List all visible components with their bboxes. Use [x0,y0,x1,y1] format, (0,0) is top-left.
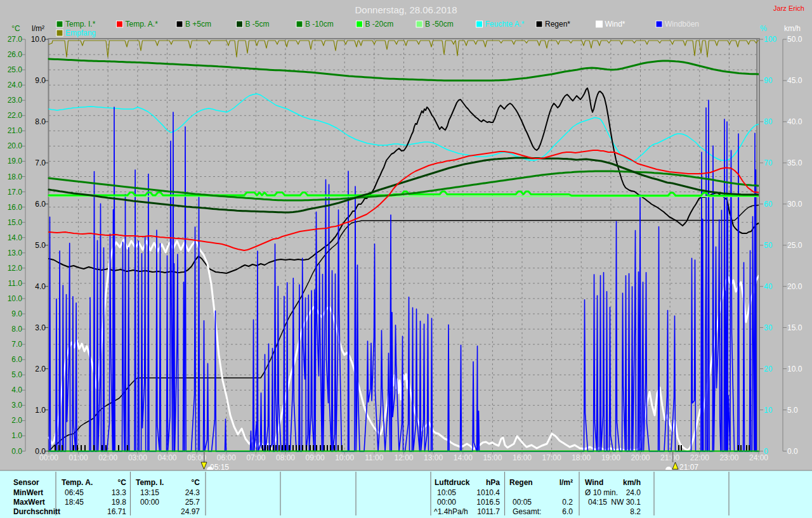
svg-text:21:00: 21:00 [660,453,679,462]
svg-text:Empfang: Empfang [65,29,96,37]
svg-text:Sensor: Sensor [13,478,39,487]
svg-text:16.0: 16.0 [8,203,23,212]
svg-text:08:00: 08:00 [276,453,295,462]
svg-text:^1.4hPa/h: ^1.4hPa/h [434,507,468,516]
svg-text:24:00: 24:00 [749,453,768,462]
svg-text:9.0: 9.0 [35,76,46,85]
svg-text:00:00: 00:00 [437,498,456,507]
svg-text:13.0: 13.0 [8,249,23,257]
svg-text:0.2: 0.2 [562,498,573,507]
svg-text:14:00: 14:00 [454,453,473,462]
svg-text:25.0: 25.0 [787,241,802,250]
svg-text:6.0: 6.0 [35,200,46,209]
svg-text:30: 30 [764,323,773,332]
svg-text:22:00: 22:00 [690,453,709,462]
svg-text:13:15: 13:15 [140,488,159,497]
svg-text:Regen: Regen [509,478,533,487]
svg-text:6.0: 6.0 [562,507,573,516]
svg-text:8.0: 8.0 [35,117,46,126]
svg-text:18:45: 18:45 [65,498,84,507]
svg-text:18.0: 18.0 [8,172,23,181]
svg-text:B -50cm: B -50cm [425,20,454,29]
svg-text:km/h: km/h [784,24,801,33]
svg-text:10: 10 [764,406,773,415]
svg-text:6.0: 6.0 [11,355,22,364]
svg-text:2.0: 2.0 [11,416,22,425]
svg-text:00:00: 00:00 [39,453,58,462]
svg-text:25.0: 25.0 [8,65,23,74]
svg-text:10:05: 10:05 [437,488,456,497]
svg-text:04:15: 04:15 [588,498,607,507]
svg-text:10:00: 10:00 [335,453,354,462]
svg-text:00:05: 00:05 [513,498,532,507]
svg-text:B -5cm: B -5cm [246,20,270,29]
svg-text:Temp. I.: Temp. I. [136,478,164,487]
svg-text:1016.5: 1016.5 [476,498,500,507]
svg-text:3.0: 3.0 [35,323,46,332]
svg-text:17:00: 17:00 [542,453,561,462]
svg-text:06:00: 06:00 [217,453,236,462]
svg-text:%: % [760,24,767,33]
svg-text:hPa: hPa [486,478,500,487]
svg-text:7.0: 7.0 [11,340,22,349]
svg-text:Gesamt:: Gesamt: [513,507,541,516]
svg-text:06:45: 06:45 [65,488,84,497]
svg-text:15.0: 15.0 [787,323,802,332]
svg-text:Wind*: Wind* [605,20,625,29]
svg-text:24.0: 24.0 [8,81,23,89]
svg-text:1011.7: 1011.7 [477,507,500,516]
svg-text:1.0: 1.0 [11,431,22,440]
svg-text:18:00: 18:00 [572,453,591,462]
svg-text:20: 20 [764,365,773,373]
svg-text:20.0: 20.0 [787,282,802,291]
svg-text:12:00: 12:00 [394,453,413,462]
svg-text:13.3: 13.3 [112,488,127,497]
svg-text:B -10cm: B -10cm [305,20,334,29]
svg-text:4.0: 4.0 [35,282,46,291]
svg-text:Donnerstag, 28.06.2018: Donnerstag, 28.06.2018 [355,4,457,15]
svg-text:01:00: 01:00 [69,453,88,462]
svg-text:30.0: 30.0 [787,200,802,209]
svg-text:Jarz Erich: Jarz Erich [773,4,804,12]
svg-text:1.0: 1.0 [35,406,46,415]
svg-text:Wind: Wind [585,478,603,487]
svg-text:Windböen: Windböen [665,20,699,29]
svg-text:50: 50 [764,241,773,250]
svg-text:5.0: 5.0 [11,370,22,379]
svg-text:Regen*: Regen* [545,20,570,29]
svg-text:07:00: 07:00 [246,453,265,462]
svg-text:02:00: 02:00 [98,453,117,462]
svg-text:50.0: 50.0 [787,35,802,44]
svg-text:25.7: 25.7 [185,498,200,507]
svg-text:9.0: 9.0 [11,309,22,318]
svg-text:80: 80 [764,117,773,126]
svg-text:10.0: 10.0 [31,35,46,44]
svg-text:5.0: 5.0 [787,406,798,415]
svg-text:20:00: 20:00 [631,453,650,462]
svg-text:3.0: 3.0 [11,401,22,410]
svg-text:15.0: 15.0 [8,218,23,227]
svg-text:10.0: 10.0 [8,294,23,303]
svg-text:100: 100 [764,35,776,44]
svg-text:17.0: 17.0 [8,188,23,197]
svg-text:03:00: 03:00 [128,453,147,462]
svg-text:Temp. A.*: Temp. A.* [126,20,159,29]
svg-text:Durchschnitt: Durchschnitt [13,507,60,516]
svg-text:13:00: 13:00 [424,453,443,462]
svg-text:°C: °C [118,478,127,487]
svg-text:40: 40 [764,282,773,291]
svg-text:2.0: 2.0 [35,365,46,373]
svg-text:10.0: 10.0 [787,365,802,373]
svg-text:8.0: 8.0 [11,325,22,333]
svg-text:70: 70 [764,159,773,167]
svg-text:90: 90 [764,76,773,85]
svg-text:MinWert: MinWert [13,488,43,497]
svg-text:26.0: 26.0 [8,50,23,59]
svg-text:Ø 10 min.: Ø 10 min. [585,488,618,497]
svg-text:7.0: 7.0 [35,159,46,167]
svg-text:20.0: 20.0 [8,141,23,150]
svg-text:27.0: 27.0 [8,35,23,44]
svg-text:19:00: 19:00 [601,453,620,462]
svg-text:23:00: 23:00 [719,453,738,462]
svg-text:l/m²: l/m² [560,478,573,487]
